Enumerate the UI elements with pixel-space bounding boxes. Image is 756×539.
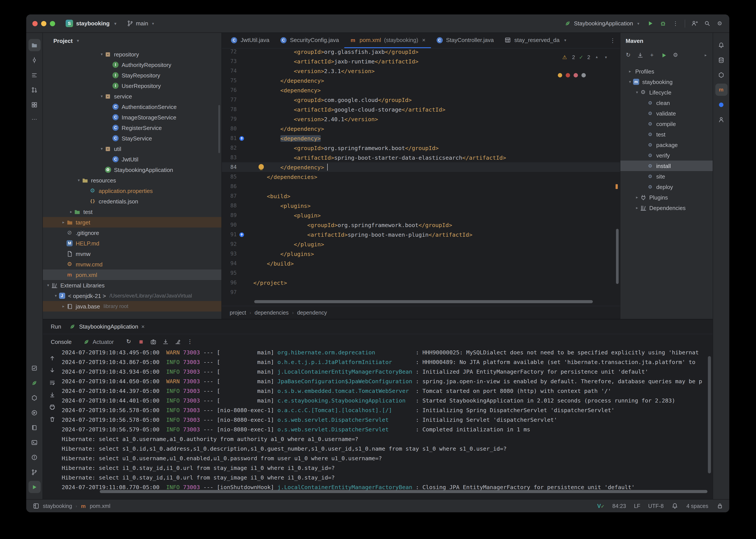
project-tree-item-repository[interactable]: ▾repository bbox=[43, 49, 221, 59]
next-problem-button[interactable]: ▾ bbox=[603, 55, 609, 59]
close-tab-icon[interactable]: × bbox=[422, 37, 425, 43]
accounts-button[interactable] bbox=[715, 113, 727, 125]
version-control-button[interactable] bbox=[28, 466, 40, 478]
soft-wrap-button[interactable] bbox=[49, 379, 56, 386]
code-line-89[interactable]: 89<plugin> bbox=[222, 210, 620, 220]
run-button[interactable] bbox=[28, 481, 40, 493]
add-maven-project-button[interactable]: + bbox=[648, 52, 655, 59]
chevron-down-icon[interactable]: ▾ bbox=[76, 178, 81, 183]
screenshot-button[interactable] bbox=[150, 338, 157, 345]
project-tree-item-userrepository[interactable]: IUserRepository bbox=[43, 81, 221, 91]
chevron-right-icon[interactable]: ▸ bbox=[627, 69, 633, 73]
project-tree-item-authenticationservice[interactable]: CAuthenticationService bbox=[43, 102, 221, 112]
run-button[interactable] bbox=[646, 20, 654, 27]
ai-assistant-button[interactable] bbox=[715, 99, 727, 111]
editor-tab-jwtutil.java[interactable]: CJwtUtil.java bbox=[225, 33, 275, 48]
plugins-grid-button[interactable] bbox=[28, 99, 40, 111]
tab-list-button[interactable]: ⋮ bbox=[610, 37, 620, 44]
project-tree-item-resources[interactable]: ▾resources bbox=[43, 175, 221, 186]
code-line-73[interactable]: 73<artifactId>jaxb-runtime</artifactId> bbox=[222, 56, 620, 66]
project-tree-item-application.properties[interactable]: ⚙application.properties bbox=[43, 186, 221, 196]
code-line-95[interactable]: 95 bbox=[222, 268, 620, 278]
warning-stripe-mark[interactable] bbox=[616, 184, 618, 189]
code-line-81[interactable]: 81<dependency> bbox=[222, 133, 620, 143]
stop-button[interactable] bbox=[137, 338, 144, 345]
project-widget[interactable]: S staybooking ▾ bbox=[66, 20, 118, 27]
maven-item-test[interactable]: ⚙test bbox=[620, 129, 713, 139]
chevron-down-icon[interactable]: ▾ bbox=[635, 90, 640, 95]
code-line-79[interactable]: 79<version>2.40.1</version> bbox=[222, 114, 620, 124]
pull-requests-button[interactable] bbox=[28, 84, 40, 96]
clear-button[interactable] bbox=[174, 338, 181, 345]
scroll-to-end-button[interactable] bbox=[49, 391, 56, 398]
project-tree-item-test[interactable]: ▸test bbox=[43, 206, 221, 217]
project-tree-item-pom.xml[interactable]: mpom.xml bbox=[43, 270, 221, 280]
minimize-window-button[interactable] bbox=[41, 21, 46, 26]
clear-console-button[interactable] bbox=[49, 416, 56, 423]
maven-settings-button[interactable]: ⚙ bbox=[672, 52, 679, 59]
print-button[interactable] bbox=[49, 403, 56, 410]
project-tree-item-util[interactable]: ▾util bbox=[43, 143, 221, 154]
chevron-right-icon[interactable]: ▸ bbox=[635, 195, 640, 199]
editor-tab-staycontroller.java[interactable]: CStayController.java bbox=[431, 33, 499, 48]
zoom-window-button[interactable] bbox=[50, 21, 55, 26]
search-everywhere-button[interactable] bbox=[704, 20, 711, 27]
rerun-button[interactable]: ↻ bbox=[125, 338, 132, 345]
more-tools-button[interactable]: ⋯ bbox=[28, 113, 40, 125]
editor-tab-securityconfig.java[interactable]: CSecurityConfig.java bbox=[275, 33, 344, 48]
editor-horizontal-scrollbar[interactable] bbox=[254, 300, 593, 303]
code-with-me-button[interactable] bbox=[691, 20, 698, 27]
editor-vertical-scrollbar[interactable] bbox=[616, 229, 619, 284]
editor-tab-pom.xml[interactable]: mpom.xml(staybooking)× bbox=[344, 33, 431, 48]
editor-tab-stayreservedda[interactable]: stay_reserved_da▾ bbox=[499, 33, 573, 48]
code-line-97[interactable]: 97 bbox=[222, 287, 620, 297]
services-button[interactable] bbox=[28, 392, 40, 404]
endpoints-button[interactable] bbox=[28, 377, 40, 389]
import-thread-dump-button[interactable] bbox=[162, 338, 169, 345]
down-stack-trace-button[interactable] bbox=[49, 367, 56, 374]
more-options-button[interactable]: ⋮ bbox=[187, 338, 193, 345]
settings-button[interactable]: ⚙ bbox=[716, 20, 723, 27]
breadcrumb-dependency[interactable]: dependency bbox=[297, 310, 327, 316]
status-crumb-project[interactable]: staybooking bbox=[43, 503, 72, 509]
notifications-button[interactable] bbox=[715, 39, 727, 51]
chevron-down-icon[interactable]: ▾ bbox=[99, 147, 104, 151]
run-dashboard-button[interactable] bbox=[28, 407, 40, 419]
code-line-78[interactable]: 78<artifactId>google-cloud-storage</arti… bbox=[222, 105, 620, 114]
maven-item-deploy[interactable]: ⚙deploy bbox=[620, 182, 713, 192]
chevron-down-icon[interactable]: ▾ bbox=[627, 80, 633, 84]
inspections-widget[interactable]: ⚠ 2 ✓ 2 ▾ ▾ bbox=[561, 54, 609, 61]
breadcrumb-dependencies[interactable]: dependencies bbox=[255, 310, 289, 316]
maven-button[interactable]: m bbox=[715, 84, 727, 96]
documentation-button[interactable] bbox=[28, 421, 40, 433]
prev-problem-button[interactable]: ▾ bbox=[594, 55, 599, 59]
project-tree-item-imagestorageservice[interactable]: CImageStorageService bbox=[43, 112, 221, 122]
branch-widget[interactable]: main ▾ bbox=[127, 20, 156, 27]
project-tree-item-stayservice[interactable]: CStayService bbox=[43, 133, 221, 143]
chevron-down-icon[interactable]: ▾ bbox=[45, 283, 51, 287]
chevron-right-icon[interactable]: ▸ bbox=[703, 53, 708, 57]
chevron-down-icon[interactable]: ▾ bbox=[563, 38, 568, 42]
project-tree-item-jwtutil[interactable]: CJwtUtil bbox=[43, 154, 221, 165]
code-line-77[interactable]: 77<groupId>com.google.cloud</groupId> bbox=[222, 95, 620, 105]
close-window-button[interactable] bbox=[33, 21, 38, 26]
chevron-down-icon[interactable]: ▾ bbox=[53, 293, 58, 298]
more-actions-button[interactable]: ⋮ bbox=[672, 20, 679, 27]
reload-maven-button[interactable]: ↻ bbox=[625, 52, 632, 59]
debug-button[interactable] bbox=[659, 20, 666, 27]
code-area[interactable]: 72<groupId>org.glassfish.jaxb</groupId>7… bbox=[222, 48, 620, 306]
project-tree-item-stayrepository[interactable]: IStayRepository bbox=[43, 70, 221, 81]
intention-bulb-icon[interactable] bbox=[259, 164, 264, 169]
project-tree-item-java.base[interactable]: ▸java.baselibrary root bbox=[43, 301, 221, 312]
project-tree-item-credentials.json[interactable]: {}credentials.json bbox=[43, 196, 221, 206]
code-line-90[interactable]: 90<groupId>org.springframework.boot</gro… bbox=[222, 220, 620, 230]
readonly-lock-icon[interactable] bbox=[716, 502, 723, 509]
code-line-76[interactable]: 76<dependency> bbox=[222, 85, 620, 95]
code-line-72[interactable]: 72<groupId>org.glassfish.jaxb</groupId> bbox=[222, 48, 620, 56]
code-line-82[interactable]: 82<groupId>org.springframework.boot</gro… bbox=[222, 143, 620, 153]
project-scrollbar[interactable] bbox=[218, 105, 220, 153]
chevron-right-icon[interactable]: ▸ bbox=[635, 206, 640, 210]
project-tree-item-service[interactable]: ▾service bbox=[43, 91, 221, 102]
maven-item-dependencies[interactable]: ▸Dependencies bbox=[620, 202, 713, 213]
code-line-93[interactable]: 93</plugins> bbox=[222, 249, 620, 259]
